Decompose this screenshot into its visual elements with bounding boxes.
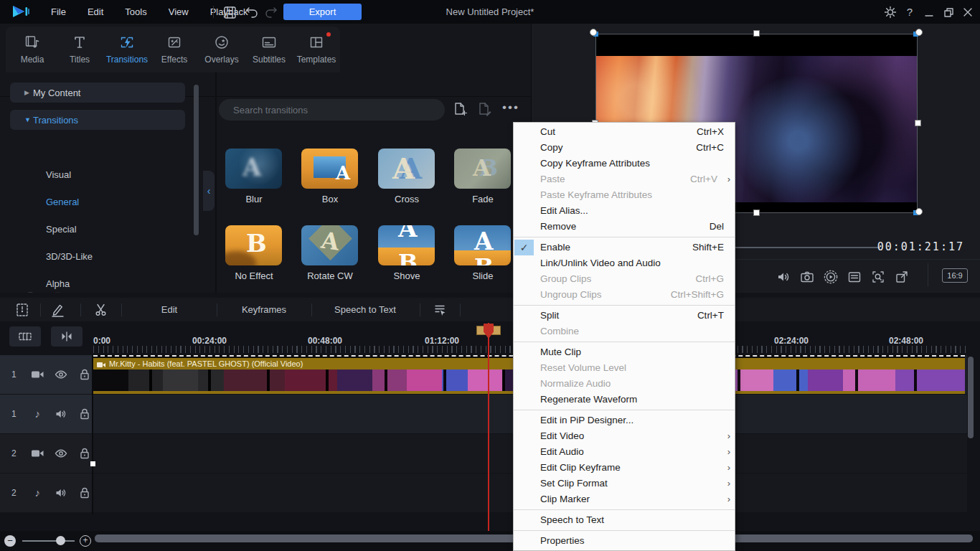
context-menu-item-copy[interactable]: CopyCtrl+C (514, 140, 735, 156)
scissors-icon[interactable] (93, 302, 109, 318)
music-note-icon[interactable]: ♪ (31, 407, 44, 421)
context-menu-item-cut[interactable]: CutCtrl+X (514, 124, 735, 140)
lock-icon[interactable] (77, 367, 92, 382)
tab-templates[interactable]: Templates (293, 27, 340, 72)
marker-pen-icon[interactable] (50, 302, 65, 318)
category-general[interactable]: General (0, 189, 187, 216)
undo-icon[interactable] (244, 5, 258, 19)
sidebar-scrollbar[interactable] (194, 85, 199, 235)
playhead-line[interactable] (488, 323, 489, 531)
context-menu-item-properties[interactable]: Properties (514, 533, 735, 549)
transition-thumb-box[interactable]: A (301, 149, 358, 189)
clip-trim-handle[interactable] (90, 461, 95, 466)
tab-label: Subtitles (253, 55, 286, 65)
tab-media[interactable]: Media (9, 27, 56, 72)
help-icon[interactable]: ? (903, 6, 916, 19)
context-menu-item-speech-to-text[interactable]: Speech to Text (514, 512, 735, 528)
lock-icon[interactable] (77, 486, 92, 500)
menu-edit[interactable]: Edit (77, 6, 114, 17)
speech-to-text-button[interactable]: Speech to Text (334, 304, 396, 315)
save-icon[interactable] (222, 5, 237, 19)
tab-effects[interactable]: Effects (151, 27, 198, 72)
context-menu-item-copy-keyframe-attributes[interactable]: Copy Keyframe Attributes (514, 156, 735, 171)
track-row-2-audio[interactable]: 2♪ (0, 474, 967, 512)
context-menu-item-regenerate-waveform[interactable]: Regenerate Waveform (514, 392, 735, 408)
menu-tools[interactable]: Tools (114, 6, 157, 17)
resize-handle-bottom[interactable] (753, 209, 760, 216)
transition-thumb-slide[interactable]: AB (454, 225, 511, 265)
menu-file[interactable]: File (40, 6, 77, 17)
settings-icon[interactable] (884, 6, 897, 19)
transition-thumb-no-effect[interactable]: B (225, 225, 282, 265)
preview-quality-icon[interactable] (823, 269, 839, 285)
zoom-slider-track[interactable] (22, 540, 75, 542)
zoom-in-button[interactable]: + (80, 535, 91, 547)
resize-handle-tr[interactable] (915, 29, 923, 36)
edit-button[interactable]: Edit (161, 304, 177, 315)
tab-overlays[interactable]: Overlays (198, 27, 245, 72)
category-special[interactable]: Special (0, 216, 187, 243)
category-visual[interactable]: Visual (0, 161, 187, 189)
context-menu-item-enable[interactable]: ✓EnableShift+E (514, 240, 735, 255)
undock-icon[interactable] (894, 269, 910, 285)
list-select-icon[interactable] (432, 302, 448, 318)
category-3d-3d-like[interactable]: 3D/3D-Like (0, 243, 187, 270)
context-menu-item-split[interactable]: SplitCtrl+T (514, 308, 735, 324)
context-menu-item-edit-alias-[interactable]: Edit Alias... (514, 203, 735, 219)
display-options-icon[interactable] (847, 269, 862, 285)
speaker-icon[interactable] (54, 407, 68, 421)
transition-thumb-cross[interactable]: AA (378, 149, 435, 189)
collapse-panel-button[interactable]: ‹ (203, 171, 215, 211)
camera-icon[interactable] (30, 367, 44, 382)
keyframes-button[interactable]: Keyframes (242, 304, 286, 315)
eye-icon[interactable] (54, 367, 68, 382)
speaker-icon[interactable] (54, 486, 68, 500)
track-row-2-video[interactable]: 2 (0, 434, 967, 473)
resize-handle-br[interactable] (915, 208, 923, 215)
resize-handle-tl[interactable] (590, 29, 597, 36)
track-manager-icon[interactable] (14, 302, 30, 318)
context-menu-item-clip-marker[interactable]: Clip Marker› (514, 491, 735, 507)
context-menu-item-mute-clip[interactable]: Mute Clip (514, 344, 735, 360)
eye-icon[interactable] (54, 446, 68, 461)
music-note-icon[interactable]: ♪ (31, 486, 44, 500)
zoom-slider-knob[interactable] (56, 536, 65, 545)
track-row-1-audio[interactable]: 1♪♪Mr.Kitty - Habits (feat. PASTEL GHOST… (0, 395, 967, 433)
lock-icon[interactable] (77, 407, 92, 421)
menu-item-label: Remove (540, 219, 576, 235)
timeline-vertical-scrollbar[interactable] (968, 357, 974, 438)
context-menu-item-link-unlink-video-and-audio[interactable]: Link/Unlink Video and Audio (514, 255, 735, 271)
resize-handle-right[interactable] (915, 120, 921, 126)
lock-icon[interactable] (77, 446, 92, 461)
resize-handle-top[interactable] (753, 30, 760, 37)
context-menu-item-edit-in-pip-designer-[interactable]: Edit in PiP Designer... (514, 413, 735, 428)
snapshot-icon[interactable] (799, 269, 815, 285)
zoom-tool-icon[interactable] (870, 269, 886, 285)
sidebar-group-transitions[interactable]: ▼ Transitions (10, 110, 185, 130)
transition-thumb-shove[interactable]: AB (378, 225, 435, 265)
close-icon[interactable] (961, 6, 974, 19)
sidebar-group-my-content[interactable]: ▶ My Content (10, 83, 185, 103)
transition-thumb-blur[interactable]: A (225, 149, 282, 189)
transition-thumb-rotate-cw[interactable]: A (301, 225, 358, 265)
transitions-grid: ABlurABoxAACrossBAFadeBNo EffectARotate … (217, 72, 531, 293)
transition-thumb-fade[interactable]: BA (454, 149, 511, 189)
track-row-1-video[interactable]: 1Mr.Kitty - Habits (feat. PASTEL GHOST) … (0, 355, 967, 394)
context-menu-item-remove[interactable]: RemoveDel (514, 219, 735, 235)
volume-icon[interactable] (776, 269, 791, 285)
aspect-ratio-badge[interactable]: 16:9 (942, 268, 968, 283)
restore-icon[interactable] (942, 6, 955, 19)
minimize-icon[interactable] (923, 6, 936, 19)
preview-controls-divider (928, 263, 928, 286)
export-button[interactable]: Export (283, 4, 362, 20)
camera-icon[interactable] (30, 446, 44, 461)
tab-titles[interactable]: Titles (56, 27, 103, 72)
menu-view[interactable]: View (158, 6, 199, 17)
context-menu-item-edit-clip-keyframe[interactable]: Edit Clip Keyframe› (514, 460, 735, 476)
tab-subtitles[interactable]: Subtitles (245, 27, 293, 72)
zoom-out-button[interactable]: − (4, 535, 16, 547)
tab-transitions[interactable]: Transitions (103, 27, 151, 72)
context-menu-item-set-clip-format[interactable]: Set Clip Format› (514, 476, 735, 491)
context-menu-item-edit-audio[interactable]: Edit Audio› (514, 444, 735, 460)
context-menu-item-edit-video[interactable]: Edit Video› (514, 428, 735, 444)
